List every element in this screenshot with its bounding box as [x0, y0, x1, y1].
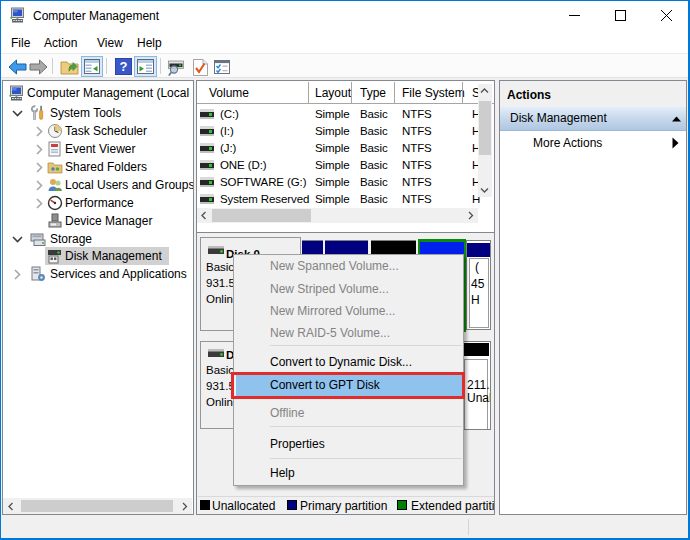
svg-text:?: ? [120, 59, 128, 74]
